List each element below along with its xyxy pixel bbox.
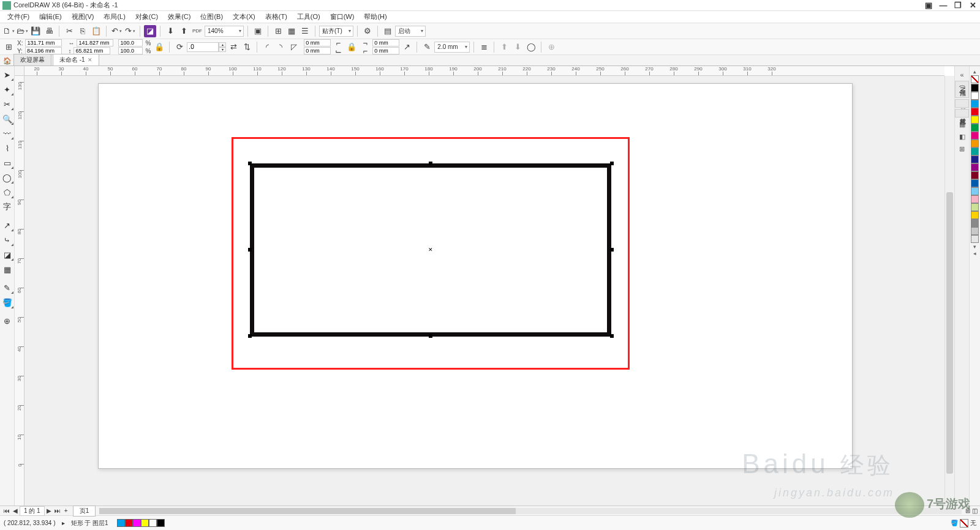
artistic-media-tool[interactable]: ⌇ [1,141,14,155]
rectangle-tool[interactable]: ▭ [1,156,14,170]
copy-button[interactable]: ⎘ [77,25,89,37]
tab-doc1[interactable]: 未命名 -1✕ [53,54,99,65]
preset-icon[interactable]: ⊞ [2,41,15,53]
menu-layout[interactable]: 布局(L) [99,11,130,23]
rot-up[interactable]: ▴ [219,42,226,47]
nav-extra-icon[interactable]: ⊞ ◫ [965,507,978,514]
scale-y-input[interactable] [118,47,143,54]
palette-flyout-icon[interactable]: ◂ [973,250,976,256]
docker-expand-icon[interactable]: « [957,70,967,80]
corner-tr-input[interactable] [372,39,399,47]
new-button[interactable]: 🗋 [2,25,15,37]
corner-scallop-button[interactable]: ◝ [274,41,287,53]
vertical-ruler[interactable]: 1301201101009080706050403020100 [15,76,24,506]
fill-indicator[interactable]: 🪣 无 [951,519,976,528]
sel-handle-sw[interactable] [248,334,252,338]
tab-close-icon[interactable]: ✕ [88,57,92,63]
doc-color-swatch[interactable] [157,519,165,527]
page-last-button[interactable]: ⏭ [53,507,62,514]
eyedropper-tool[interactable]: ✎ [1,281,14,294]
ellipse-tool[interactable]: ◯ [1,171,14,184]
scale-x-input[interactable] [118,39,143,47]
page-tab-1[interactable]: 页1 [73,506,96,517]
fullscreen-button[interactable]: ▣ [252,25,264,37]
corner-lock-button[interactable]: 🔒 [345,41,358,53]
color-swatch[interactable] [971,132,979,140]
export-button[interactable]: ⬆ [178,25,190,37]
quick-customize-button[interactable]: ⊕ [545,41,557,53]
menu-file[interactable]: 文件(F) [2,11,34,23]
crop-tool[interactable]: ✂ [1,97,14,111]
sel-handle-e[interactable] [610,248,614,252]
menu-window[interactable]: 窗口(W) [325,11,360,23]
show-guidelines-button[interactable]: ☰ [299,25,311,37]
close-button[interactable]: ✕ [968,1,978,10]
search-content-button[interactable]: ◪ [144,25,156,37]
color-swatch[interactable] [971,155,979,163]
undo-button[interactable]: ↶ [110,25,123,37]
sel-center-icon[interactable]: ✕ [428,247,433,252]
menu-effects[interactable]: 效果(C) [163,11,195,23]
page-prev-button[interactable]: ◀ [11,507,20,514]
transparency-tool[interactable]: ▦ [1,263,14,276]
palette-down-icon[interactable]: ▾ [973,244,976,250]
zoom-combo[interactable]: 140% [205,26,244,37]
color-swatch[interactable] [971,147,979,155]
menu-text[interactable]: 文本(X) [228,11,260,23]
print-button[interactable]: 🖶 [43,25,55,37]
corner-chamfer-button[interactable]: ◸ [288,41,300,53]
color-swatch[interactable] [971,187,979,195]
color-swatch[interactable] [971,163,979,171]
hscroll-thumb[interactable] [99,508,516,514]
options-button[interactable]: ⚙ [361,25,374,37]
shape-tool[interactable]: ✦ [1,83,14,96]
menu-object[interactable]: 对象(C) [130,11,163,23]
docker-opt3-icon[interactable]: ⊞ [957,144,967,154]
page-next-button[interactable]: ▶ [45,507,53,514]
home-icon[interactable]: 🏠 [2,56,12,65]
sel-handle-w[interactable] [248,248,252,252]
color-swatch[interactable] [971,227,979,235]
width-input[interactable] [77,39,113,47]
color-swatch[interactable] [971,100,979,108]
corner-lock-br-icon[interactable]: ⌐ [359,45,371,57]
horizontal-scrollbar[interactable] [99,508,962,514]
show-rulers-button[interactable]: ⊞ [272,25,284,37]
freehand-tool[interactable]: 〰 [1,127,14,140]
no-color-swatch[interactable] [971,75,979,83]
corner-tl-input[interactable] [304,39,331,47]
to-front-button[interactable]: ⬆ [498,41,510,53]
rotation-input[interactable] [187,42,219,52]
corner-lock-bl-icon[interactable]: ⌙ [332,45,344,57]
color-swatch[interactable] [971,116,979,124]
vertical-scrollbar[interactable] [944,76,954,506]
zoom-tool[interactable]: 🔍 [1,112,14,125]
interactive-fill-tool[interactable]: 🪣 [1,296,14,309]
ruler-corner[interactable] [15,66,24,76]
color-swatch[interactable] [971,203,979,211]
help-icon[interactable]: ▣ [924,1,933,10]
show-grid-button[interactable]: ▦ [285,25,298,37]
smart-fill-tool[interactable]: ⊕ [1,314,14,327]
to-back-button[interactable]: ⬇ [511,41,524,53]
convert-curves-button[interactable]: ◯ [525,41,537,53]
paste-button[interactable]: 📋 [90,25,102,37]
canvas-area[interactable]: 2030405060708090100110120130140150160170… [15,66,954,506]
rot-down[interactable]: ▾ [219,47,226,52]
horizontal-ruler[interactable]: 2030405060708090100110120130140150160170… [24,66,944,76]
corner-br-input[interactable] [372,47,399,54]
publish-pdf-button[interactable]: PDF [191,25,203,37]
menu-table[interactable]: 表格(T) [260,11,292,23]
palette-up-icon[interactable]: ▴ [973,69,976,75]
wrap-text-button[interactable]: ≣ [478,41,490,53]
vscroll-thumb[interactable] [946,192,953,474]
parallel-dim-tool[interactable]: ↗ [1,218,14,232]
doc-color-swatch[interactable] [149,519,157,527]
add-page-button[interactable]: + [62,507,70,514]
open-button[interactable]: 🗁 [16,25,28,37]
text-tool[interactable]: 字 [1,200,14,214]
corner-round-button[interactable]: ◜ [261,41,273,53]
corner-bl-input[interactable] [304,47,331,54]
docker-opt1-icon[interactable]: ▦ [957,120,967,130]
tab-welcome[interactable]: 欢迎屏幕 [13,54,51,65]
